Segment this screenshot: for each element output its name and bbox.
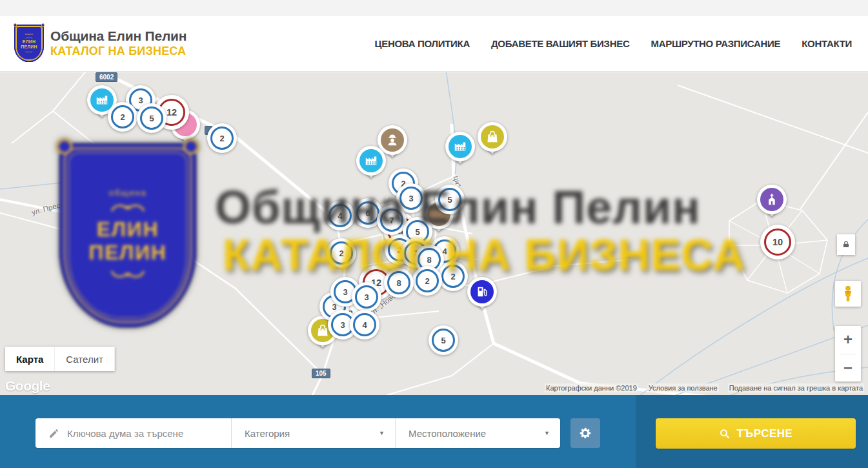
- top-strip: [0, 0, 868, 15]
- gear-icon: [578, 426, 592, 440]
- chevron-down-icon: ▼: [544, 430, 550, 436]
- site-subtitle: КАТАЛОГ НА БИЗНЕСА: [50, 45, 187, 58]
- search-input-group: Категория ▼ Местоположение ▼: [35, 418, 560, 448]
- lock-button[interactable]: [837, 234, 855, 255]
- map-type-map-button[interactable]: Карта: [5, 347, 55, 371]
- google-logo[interactable]: Google: [5, 378, 50, 394]
- street-view-pegman[interactable]: [835, 281, 861, 307]
- terms-of-use-link[interactable]: Условия за ползване: [647, 383, 719, 392]
- nav-item-маршрутно-разписание[interactable]: МАРШРУТНО РАЗПИСАНИЕ: [651, 38, 780, 49]
- pencil-icon: [48, 428, 59, 439]
- map-type-control: Карта Сателит: [5, 347, 115, 371]
- padlock-icon: [842, 240, 851, 249]
- zoom-out-button[interactable]: −: [835, 354, 861, 382]
- chevron-down-icon: ▼: [379, 430, 385, 436]
- cluster-marker-5[interactable]: 5: [429, 325, 458, 355]
- location-select[interactable]: Местоположение ▼: [395, 418, 560, 448]
- search-icon: [719, 428, 731, 440]
- category-select[interactable]: Категория ▼: [231, 418, 395, 448]
- keyword-field-wrap: [35, 418, 231, 448]
- google-map[interactable]: ул. Преславбул. „Новоселци“ 6002105 3122…: [0, 72, 868, 395]
- keyword-search-input[interactable]: [67, 428, 221, 439]
- search-bar: Категория ▼ Местоположение ▼ ТЪРСЕНЕ: [0, 395, 868, 468]
- map-shopping-pin[interactable]: [478, 122, 507, 152]
- cluster-marker-10[interactable]: 10: [760, 225, 795, 259]
- main-nav: ЦЕНОВА ПОЛИТИКАДОБАВЕТЕ ВАШИЯТ БИЗНЕСМАР…: [375, 38, 852, 49]
- cluster-marker-2[interactable]: 2: [108, 102, 137, 132]
- map-attribution: Картографски данни ©2019Условия за ползв…: [545, 383, 864, 392]
- map-factory-pin[interactable]: [356, 146, 386, 176]
- nav-item-контакти[interactable]: КОНТАКТИ: [802, 38, 852, 49]
- municipality-crest-logo: община ЕЛИН ПЕЛИН: [14, 25, 44, 62]
- search-button[interactable]: ТЪРСЕНЕ: [656, 418, 856, 449]
- watermark-subtitle: КАТАЛОГ НА БИЗНЕСА: [223, 229, 745, 280]
- site-header: община ЕЛИН ПЕЛИН Община Елин Пелин КАТА…: [0, 15, 868, 72]
- site-logo[interactable]: община ЕЛИН ПЕЛИН Община Елин Пелин КАТА…: [14, 25, 187, 62]
- zoom-control: + −: [835, 326, 861, 382]
- watermark-crest: община ЕЛИН ПЕЛИН: [59, 143, 196, 327]
- pegman-icon: [839, 285, 857, 303]
- zoom-in-button[interactable]: +: [835, 326, 861, 354]
- road-shield-105: 105: [312, 369, 330, 378]
- map-type-satellite-button[interactable]: Сателит: [55, 347, 115, 371]
- map-church-pin[interactable]: [757, 185, 787, 214]
- cluster-marker-5[interactable]: 5: [137, 103, 167, 133]
- cluster-marker-4[interactable]: 4: [350, 310, 379, 340]
- nav-item-ценова-политика[interactable]: ЦЕНОВА ПОЛИТИКА: [375, 38, 470, 49]
- cluster-marker-3[interactable]: 3: [352, 282, 381, 312]
- site-title: Община Елин Пелин: [50, 28, 187, 44]
- road-shield-6002: 6002: [96, 72, 117, 82]
- report-map-error-link[interactable]: Подаване на сигнал за грешка в картата: [728, 383, 864, 392]
- advanced-settings-button[interactable]: [570, 418, 600, 448]
- cluster-marker-2[interactable]: 2: [207, 123, 237, 153]
- map-fuel-pin[interactable]: [467, 277, 497, 307]
- nav-item-добавете-вашият-бизнес[interactable]: ДОБАВЕТЕ ВАШИЯТ БИЗНЕС: [491, 38, 629, 49]
- map-factory-pin[interactable]: [445, 132, 475, 161]
- map-data-copyright: Картографски данни ©2019: [545, 383, 638, 392]
- watermark-title: Община Елин Пелин: [215, 181, 701, 234]
